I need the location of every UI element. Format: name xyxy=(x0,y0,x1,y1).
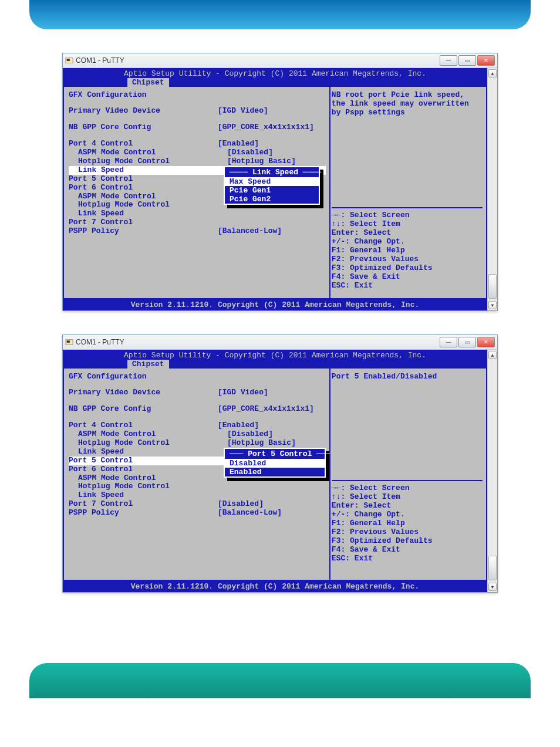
row-label: ASPM Mode Control xyxy=(69,192,227,201)
bios-row[interactable]: Port 4 Control[Enabled] xyxy=(69,421,326,430)
bios-left-pane: GFX Configuration Primary Video Device[I… xyxy=(64,369,329,580)
scrollbar[interactable]: ▲ ▼ xyxy=(487,68,497,310)
terminal-body[interactable]: Aptio Setup Utility - Copyright (C) 2011… xyxy=(63,68,487,310)
putty-window-2: COM1 - PuTTY — ▭ ✕ Aptio Setup Utility -… xyxy=(62,334,498,593)
svg-rect-3 xyxy=(67,340,70,343)
key-hint: ↑↓: Select Item xyxy=(332,219,483,228)
key-hint: F1: General Help xyxy=(332,246,483,255)
bios-row[interactable]: Link Speed xyxy=(69,209,326,218)
help-divider xyxy=(332,207,483,208)
scroll-up-icon[interactable]: ▲ xyxy=(488,351,497,359)
bottom-banner xyxy=(29,663,531,698)
bios-row[interactable]: PSPP Policy[Balanced-Low] xyxy=(69,509,326,518)
scroll-thumb[interactable] xyxy=(488,556,497,580)
key-hint: Enter: Select xyxy=(332,501,483,510)
row-label: Port 4 Control xyxy=(69,140,218,148)
close-button[interactable]: ✕ xyxy=(477,55,495,66)
row-label: NB GPP Core Config xyxy=(69,123,218,132)
bios-footer: Version 2.11.1210. Copyright (C) 2011 Am… xyxy=(63,299,487,310)
bios-row[interactable]: Port 7 Control xyxy=(69,218,326,227)
bios-row[interactable]: Port 7 Control[Disabled] xyxy=(69,500,326,509)
popup-option[interactable]: Pcie Gen2 xyxy=(225,195,319,204)
popup-port5-control[interactable]: ─── Port 5 Control ─── DisabledEnabled xyxy=(224,448,326,478)
bios-row[interactable]: ASPM Mode Control[Disabled] xyxy=(69,430,326,439)
key-hint: F1: General Help xyxy=(332,519,483,528)
bios-row[interactable]: NB GPP Core Config[GPP_CORE_x4x1x1x1x1] xyxy=(69,123,326,132)
bios-right-pane: Port 5 Enabled/Disabled →←: Select Scree… xyxy=(329,369,486,580)
titlebar[interactable]: COM1 - PuTTY — ▭ ✕ xyxy=(63,53,497,68)
bios-row[interactable]: Primary Video Device[IGD Video] xyxy=(69,107,326,116)
popup-title: ──── Link Speed ──── xyxy=(225,167,319,177)
minimize-button[interactable]: — xyxy=(440,337,457,347)
row-value: [Hotplug Basic] xyxy=(227,439,326,448)
scroll-down-icon[interactable]: ▼ xyxy=(488,301,497,309)
titlebar[interactable]: COM1 - PuTTY — ▭ ✕ xyxy=(63,335,497,350)
row-label: Hotplug Mode Control xyxy=(69,482,227,491)
popup-option[interactable]: Disabled xyxy=(225,459,325,468)
popup-option[interactable]: Pcie Gen1 xyxy=(225,186,319,195)
popup-link-speed[interactable]: ──── Link Speed ──── Max SpeedPcie Gen1P… xyxy=(224,166,320,205)
row-label: Port 5 Control xyxy=(69,175,218,184)
scroll-thumb[interactable] xyxy=(488,274,497,299)
row-value xyxy=(227,482,326,491)
minimize-button[interactable]: — xyxy=(440,55,457,66)
bios-main: GFX Configuration Primary Video Device[I… xyxy=(63,87,487,299)
row-label: Port 7 Control xyxy=(69,500,218,509)
bios-row[interactable]: Hotplug Mode Control[Hotplug Basic] xyxy=(69,439,326,448)
row-value: [Balanced-Low] xyxy=(218,509,326,518)
bios-row[interactable]: Port 4 Control[Enabled] xyxy=(69,140,326,148)
bios-row[interactable]: Link Speed xyxy=(69,491,326,500)
bios-row[interactable]: Hotplug Mode Control xyxy=(69,482,326,491)
terminal-body[interactable]: Aptio Setup Utility - Copyright (C) 2011… xyxy=(63,350,487,592)
tab-chipset[interactable]: Chipset xyxy=(127,78,169,87)
key-hint: +/-: Change Opt. xyxy=(332,237,483,246)
row-label: NB GPP Core Config xyxy=(69,405,218,414)
section-title: GFX Configuration xyxy=(69,90,326,99)
row-label: Port 6 Control xyxy=(69,184,218,192)
window-buttons: — ▭ ✕ xyxy=(440,55,495,66)
row-value: [GPP_CORE_x4x1x1x1x1] xyxy=(218,405,326,414)
maximize-button[interactable]: ▭ xyxy=(458,55,476,66)
row-value xyxy=(227,491,326,500)
window-buttons: — ▭ ✕ xyxy=(440,337,495,347)
maximize-button[interactable]: ▭ xyxy=(458,337,476,347)
popup-option[interactable]: Max Speed xyxy=(225,177,319,186)
popup-option[interactable]: Enabled xyxy=(225,468,325,476)
row-label: PSPP Policy xyxy=(69,509,218,518)
bios-left-pane: GFX Configuration Primary Video Device[I… xyxy=(64,87,329,298)
bios-row[interactable]: NB GPP Core Config[GPP_CORE_x4x1x1x1x1] xyxy=(69,405,326,414)
row-label: Port 5 Control xyxy=(69,457,218,465)
window-title: COM1 - PuTTY xyxy=(76,338,124,346)
row-label: Hotplug Mode Control xyxy=(69,201,227,209)
scroll-down-icon[interactable]: ▼ xyxy=(488,583,497,591)
row-value: [GPP_CORE_x4x1x1x1x1] xyxy=(218,123,326,132)
putty-icon xyxy=(65,338,73,346)
tab-chipset[interactable]: Chipset xyxy=(127,360,169,369)
row-label: ASPM Mode Control xyxy=(69,148,227,157)
close-button[interactable]: ✕ xyxy=(477,337,495,347)
key-hint: F4: Save & Exit xyxy=(332,272,483,281)
row-label: ASPM Mode Control xyxy=(69,430,227,439)
key-hint: F3: Optimized Defaults xyxy=(332,263,483,272)
row-label: Port 6 Control xyxy=(69,465,218,474)
bios-row[interactable]: Hotplug Mode Control[Hotplug Basic] xyxy=(69,157,326,166)
putty-icon xyxy=(65,56,73,65)
popup-title: ─── Port 5 Control ─── xyxy=(225,449,325,459)
row-value: [IGD Video] xyxy=(218,388,326,397)
key-hint: +/-: Change Opt. xyxy=(332,510,483,519)
bios-title: Aptio Setup Utility - Copyright (C) 2011… xyxy=(63,69,487,78)
key-hint: →←: Select Screen xyxy=(332,211,483,219)
scrollbar[interactable]: ▲ ▼ xyxy=(487,350,497,592)
putty-window-1: COM1 - PuTTY — ▭ ✕ Aptio Setup Utility -… xyxy=(62,53,498,311)
bios-header: Aptio Setup Utility - Copyright (C) 2011… xyxy=(63,350,487,369)
bios-title: Aptio Setup Utility - Copyright (C) 2011… xyxy=(63,351,487,360)
top-banner xyxy=(29,0,531,29)
bios-row[interactable]: Primary Video Device[IGD Video] xyxy=(69,388,326,397)
row-label: Primary Video Device xyxy=(69,388,218,397)
key-hint: Enter: Select xyxy=(332,228,483,237)
section-title: GFX Configuration xyxy=(69,372,326,381)
row-label: PSPP Policy xyxy=(69,227,218,236)
scroll-up-icon[interactable]: ▲ xyxy=(488,69,497,77)
bios-row[interactable]: PSPP Policy[Balanced-Low] xyxy=(69,227,326,236)
bios-row[interactable]: ASPM Mode Control[Disabled] xyxy=(69,148,326,157)
